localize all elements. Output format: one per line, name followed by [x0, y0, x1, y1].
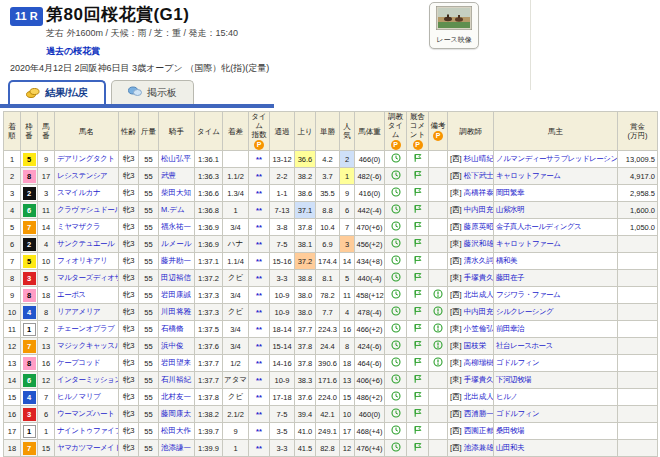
trainer-link[interactable]: 中内田充 — [464, 205, 494, 214]
trainer-link[interactable]: 松下武士 — [464, 171, 494, 180]
jockey-link[interactable]: 藤岡康太 — [161, 409, 191, 418]
remark-info-icon[interactable] — [433, 289, 443, 299]
owner-link[interactable]: フジワラ・ファーム — [496, 290, 560, 299]
trainer-link[interactable]: 北出成人 — [464, 392, 494, 401]
jockey-link[interactable]: ルメール — [161, 239, 192, 248]
jockey-link[interactable]: 岩田望来 — [161, 358, 191, 367]
trainer-link[interactable]: 高柳瑞樹 — [464, 358, 494, 367]
premium-icon[interactable]: P — [254, 140, 264, 150]
jockey-link[interactable]: 岩田康誠 — [161, 290, 191, 299]
horse-link[interactable]: ナイントゥファイブ — [57, 426, 119, 435]
training-clock-icon[interactable] — [391, 204, 401, 214]
owner-link[interactable]: 山田和夫 — [496, 443, 524, 452]
stable-comment-flag-icon[interactable] — [413, 238, 423, 248]
horse-link[interactable]: サンクテュエール — [57, 239, 114, 248]
owner-link[interactable]: 下河辺牧場 — [496, 375, 531, 384]
premium-icon[interactable]: P — [391, 140, 401, 150]
training-clock-icon[interactable] — [391, 442, 401, 452]
stable-comment-flag-icon[interactable] — [413, 408, 423, 418]
remark-info-icon[interactable] — [433, 340, 443, 350]
owner-link[interactable]: キャロットファーム — [496, 239, 560, 248]
stable-comment-flag-icon[interactable] — [413, 306, 423, 316]
remark-info-icon[interactable] — [433, 306, 443, 316]
owner-link[interactable]: ヒルノ — [496, 392, 518, 401]
trainer-link[interactable]: 手塚貴久 — [464, 375, 494, 384]
stable-comment-flag-icon[interactable] — [413, 170, 423, 180]
horse-link[interactable]: マジックキャッスル — [57, 341, 119, 350]
jockey-link[interactable]: 池添謙一 — [161, 443, 191, 452]
jockey-link[interactable]: 石川裕紀 — [161, 375, 191, 384]
jockey-link[interactable]: 松山弘平 — [161, 154, 191, 163]
past-races-link[interactable]: 過去の桜花賞 — [46, 45, 100, 58]
horse-link[interactable]: クラヴァシュドール — [57, 205, 119, 214]
jockey-link[interactable]: 川田将雅 — [161, 307, 191, 316]
owner-link[interactable]: 前田幸治 — [496, 324, 524, 333]
training-clock-icon[interactable] — [391, 425, 401, 435]
trainer-link[interactable]: 国枝栄 — [464, 341, 487, 350]
owner-link[interactable]: ゴドルフィン — [496, 358, 539, 367]
jockey-link[interactable]: M.デム — [161, 205, 185, 214]
stable-comment-flag-icon[interactable] — [413, 272, 423, 282]
owner-link[interactable]: シルクレーシング — [496, 307, 553, 316]
tab-results-payout[interactable]: 結果/払戻 — [8, 80, 106, 104]
training-clock-icon[interactable] — [391, 170, 401, 180]
trainer-link[interactable]: 杉山晴紀 — [464, 154, 494, 163]
horse-link[interactable]: マルターズディオサ — [57, 273, 119, 282]
owner-link[interactable]: キャロットファーム — [496, 171, 560, 180]
owner-link[interactable]: ゴドルフィン — [496, 409, 539, 418]
training-clock-icon[interactable] — [391, 289, 401, 299]
horse-link[interactable]: ヒルノマリブ — [57, 392, 100, 401]
jockey-link[interactable]: 田辺裕信 — [161, 273, 191, 282]
jockey-link[interactable]: 柴田大知 — [161, 188, 191, 197]
stable-comment-flag-icon[interactable] — [413, 391, 423, 401]
owner-link[interactable]: 藤田在子 — [496, 273, 524, 282]
training-clock-icon[interactable] — [391, 374, 401, 384]
stable-comment-flag-icon[interactable] — [413, 255, 423, 265]
training-clock-icon[interactable] — [391, 153, 401, 163]
premium-icon[interactable]: P — [433, 131, 443, 141]
trainer-link[interactable]: 西園正都 — [464, 426, 494, 435]
trainer-link[interactable]: 北出成人 — [464, 290, 494, 299]
trainer-link[interactable]: 藤沢和雄 — [464, 239, 494, 248]
horse-link[interactable]: リアアメリア — [57, 307, 100, 316]
training-clock-icon[interactable] — [391, 238, 401, 248]
horse-link[interactable]: ヤマカツマーメイド — [57, 443, 119, 452]
trainer-link[interactable]: 中内田充 — [464, 307, 494, 316]
stable-comment-flag-icon[interactable] — [413, 357, 423, 367]
training-clock-icon[interactable] — [391, 340, 401, 350]
jockey-link[interactable]: 石橋脩 — [161, 324, 184, 333]
stable-comment-flag-icon[interactable] — [413, 323, 423, 333]
horse-link[interactable]: レシステンシア — [57, 171, 107, 180]
owner-link[interactable]: 橋和美 — [496, 256, 517, 265]
trainer-link[interactable]: 西浦勝一 — [464, 409, 494, 418]
horse-link[interactable]: ミヤマザクラ — [57, 222, 100, 231]
jockey-link[interactable]: 松田大作 — [161, 426, 191, 435]
stable-comment-flag-icon[interactable] — [413, 187, 423, 197]
horse-link[interactable]: チェーンオブラブ — [57, 324, 114, 333]
horse-link[interactable]: スマイルカナ — [57, 188, 100, 197]
trainer-link[interactable]: 手塚貴久 — [464, 273, 494, 282]
stable-comment-flag-icon[interactable] — [413, 442, 423, 452]
jockey-link[interactable]: 浜中俊 — [161, 341, 184, 350]
stable-comment-flag-icon[interactable] — [413, 340, 423, 350]
tab-board[interactable]: 掲示板 — [111, 80, 194, 104]
training-clock-icon[interactable] — [391, 306, 401, 316]
trainer-link[interactable]: 藤原英昭 — [464, 222, 494, 231]
stable-comment-flag-icon[interactable] — [413, 374, 423, 384]
trainer-link[interactable]: 池添兼雄 — [464, 443, 494, 452]
jockey-link[interactable]: 藤井勘一 — [161, 256, 191, 265]
horse-link[interactable]: フィオリキアリ — [57, 256, 107, 265]
training-clock-icon[interactable] — [391, 187, 401, 197]
remark-info-icon[interactable] — [433, 323, 443, 333]
horse-link[interactable]: デアリングタクト — [57, 154, 114, 163]
owner-link[interactable]: 岡田繁幸 — [496, 188, 524, 197]
owner-link[interactable]: ノルマンディーサラブレッドレーシング — [496, 154, 618, 163]
premium-icon[interactable]: P — [413, 140, 423, 150]
trainer-link[interactable]: 小笠倫弘 — [464, 324, 494, 333]
jockey-link[interactable]: 北村友一 — [161, 392, 191, 401]
training-clock-icon[interactable] — [391, 255, 401, 265]
owner-link[interactable]: 金子真人ホールディングス — [496, 222, 581, 231]
training-clock-icon[interactable] — [391, 357, 401, 367]
stable-comment-flag-icon[interactable] — [413, 289, 423, 299]
training-clock-icon[interactable] — [391, 391, 401, 401]
